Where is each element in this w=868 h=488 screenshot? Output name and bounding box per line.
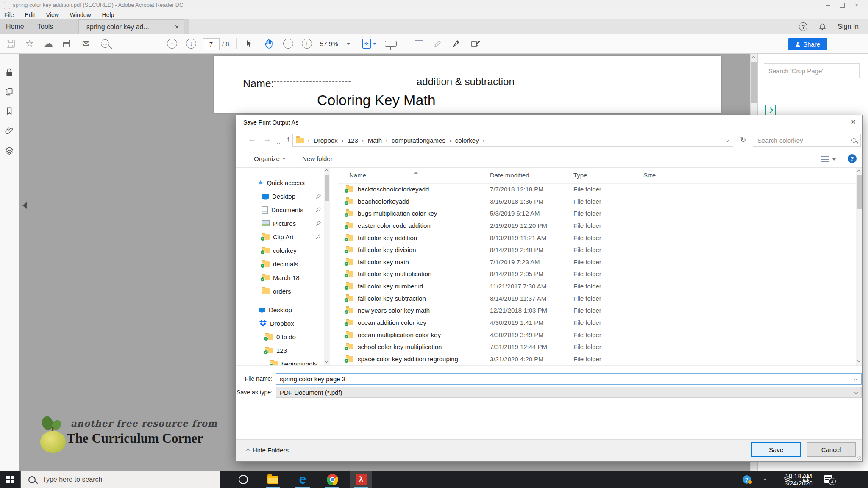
tray-overflow-icon[interactable] [763, 478, 767, 482]
tree-scroll-up-icon[interactable] [325, 169, 328, 173]
tree-item-decimals[interactable]: decimals [236, 259, 324, 269]
dialog-help-icon[interactable]: ? [848, 154, 857, 163]
tree-scrollbar-thumb[interactable] [325, 175, 329, 201]
tree-item-pictures[interactable]: Pictures [236, 219, 324, 228]
breadcrumb-dropbox[interactable]: Dropbox [314, 137, 338, 144]
attachments-icon[interactable] [5, 126, 14, 135]
bell-icon[interactable] [818, 22, 826, 31]
cortana-button[interactable] [232, 471, 254, 488]
new-folder-button[interactable]: New folder [302, 155, 333, 162]
nav-back-icon[interactable]: ← [248, 135, 256, 144]
notification-center-icon[interactable]: 2 [824, 475, 832, 483]
file-row[interactable]: backtoschoolcolorkeyadd 7/7/2018 12:18 P… [338, 183, 856, 196]
column-date-modified[interactable]: Date modified [490, 172, 529, 179]
minimize-button[interactable] [821, 0, 835, 10]
breadcrumb-colorkey[interactable]: colorkey [455, 137, 479, 144]
column-name[interactable]: Name [349, 172, 366, 179]
tree-item-clip-art[interactable]: Clip Art [236, 232, 324, 241]
nav-forward-icon[interactable]: → [263, 135, 271, 144]
tree-item-documents[interactable]: Documents [236, 205, 324, 214]
file-row[interactable]: fall color key multiplication 8/14/2019 … [338, 268, 856, 280]
sign-pen-icon[interactable] [452, 34, 461, 53]
nav-history-icon[interactable] [277, 137, 280, 146]
scroll-up-icon[interactable] [752, 56, 755, 59]
panel-collapse-arrow-icon[interactable] [22, 202, 27, 209]
fit-page-dropdown-icon[interactable] [373, 34, 376, 53]
file-row[interactable]: fall color key math 7/1/2019 7:23 AM Fil… [338, 256, 856, 269]
layers-icon[interactable] [5, 146, 14, 155]
start-button[interactable] [0, 471, 20, 488]
file-row[interactable]: ocean addition color key 4/30/2019 1:41 … [338, 317, 856, 329]
cloud-upload-icon[interactable]: ☁ [44, 34, 53, 53]
tree-item-orders[interactable]: orders [236, 286, 324, 296]
close-button[interactable]: × [849, 0, 864, 10]
tree-item-dropbox[interactable]: Dropbox [236, 319, 324, 328]
file-name-input[interactable] [276, 373, 862, 385]
zoom-in-icon[interactable]: + [302, 34, 312, 53]
tree-scroll-down-icon[interactable] [325, 359, 328, 363]
tools-search-box[interactable]: Search 'Crop Page' [764, 63, 860, 78]
dialog-search-box[interactable]: Search colorkey [753, 134, 861, 147]
tree-item-march-18[interactable]: March 18 [236, 273, 324, 282]
bookmarks-icon[interactable] [5, 106, 14, 116]
list-scrollbar[interactable] [856, 168, 862, 365]
taskbar-search-box[interactable]: Type here to search [20, 471, 220, 488]
tab-home[interactable]: Home [6, 19, 24, 34]
page-down-icon[interactable]: ↓ [186, 34, 196, 53]
list-scrollbar-thumb[interactable] [857, 175, 862, 209]
breadcrumb-123[interactable]: 123 [348, 137, 358, 144]
menu-help[interactable]: Help [102, 11, 114, 18]
tree-item-0-to-do[interactable]: 0 to do [236, 332, 324, 341]
security-lock-icon[interactable] [5, 68, 14, 77]
file-row[interactable]: ocean multiplication color key 4/30/2019… [338, 329, 856, 341]
save-as-type-select[interactable]: PDF Document (*.pdf) [276, 387, 862, 398]
zoom-search-icon[interactable]: … [101, 34, 109, 53]
maximize-button[interactable] [835, 0, 849, 10]
view-mode-dropdown-icon[interactable] [832, 158, 836, 161]
hide-folders-button[interactable]: Hide Folders [247, 446, 289, 454]
taskbar-clock[interactable]: 10:18 AM 3/24/2020 [779, 472, 818, 487]
save-dialog-close-icon[interactable]: × [851, 117, 856, 127]
acrobat-button[interactable]: λ [350, 471, 372, 488]
file-row[interactable]: new years color key math 12/21/2018 1:03… [338, 305, 856, 317]
address-dropdown-icon[interactable] [726, 139, 729, 142]
tree-item-desktop[interactable]: Desktop [236, 191, 324, 201]
select-tool-icon[interactable] [246, 34, 252, 53]
list-scroll-up-icon[interactable] [857, 170, 860, 173]
help-icon[interactable]: ? [799, 22, 807, 31]
save-dialog-title-bar[interactable]: Save Print Output As × [236, 115, 862, 130]
scrolling-mode-icon[interactable]: ···· [385, 34, 397, 53]
refresh-icon[interactable]: ↻ [740, 136, 746, 144]
menu-file[interactable]: File [4, 11, 14, 18]
menu-edit[interactable]: Edit [25, 11, 35, 18]
zoom-out-icon[interactable]: − [283, 34, 293, 53]
edge-button[interactable]: e [292, 471, 314, 488]
organize-button[interactable]: Organize [254, 155, 286, 162]
tree-item-colorkey[interactable]: colorkey [236, 246, 324, 255]
file-row[interactable]: fall color key division 8/14/2019 2:40 P… [338, 244, 856, 256]
file-explorer-button[interactable] [262, 471, 284, 488]
breadcrumb-computationgames[interactable]: computationgames [392, 137, 445, 144]
resize-grip[interactable] [857, 456, 861, 460]
column-size[interactable]: Size [643, 172, 656, 179]
tree-quick-access[interactable]: ★ Quick access [236, 178, 324, 187]
tab-document[interactable]: spring color key ad... × [78, 19, 184, 34]
zoom-level[interactable]: 57.9% [320, 34, 338, 53]
scrollbar-thumb[interactable] [751, 62, 757, 103]
hand-tool-icon[interactable] [264, 34, 274, 53]
list-scroll-down-icon[interactable] [857, 359, 860, 362]
file-row[interactable]: easter color code addition 2/19/2019 12:… [338, 220, 856, 232]
page-number-input[interactable]: 7 [203, 38, 220, 50]
zoom-dropdown-icon[interactable] [347, 34, 350, 53]
file-row[interactable]: space color key addition regrouping 3/21… [338, 353, 856, 365]
file-row[interactable]: fall color key addition 8/13/2019 11:21 … [338, 232, 856, 244]
tree-item-desktop-root[interactable]: Desktop [236, 305, 324, 314]
file-row[interactable]: fall color key subtraction 8/14/2019 11:… [338, 293, 856, 305]
file-row[interactable]: beachcolorkeyadd 3/15/2018 1:36 PM File … [338, 196, 856, 208]
tab-tools[interactable]: Tools [37, 19, 53, 34]
file-row[interactable]: bugs multiplication color key 5/3/2019 6… [338, 208, 856, 220]
breadcrumb-math[interactable]: Math [368, 137, 382, 144]
file-row[interactable]: school color key multiplication 7/31/201… [338, 341, 856, 353]
share-button[interactable]: Share [788, 38, 827, 50]
highlighter-icon[interactable] [433, 34, 442, 53]
